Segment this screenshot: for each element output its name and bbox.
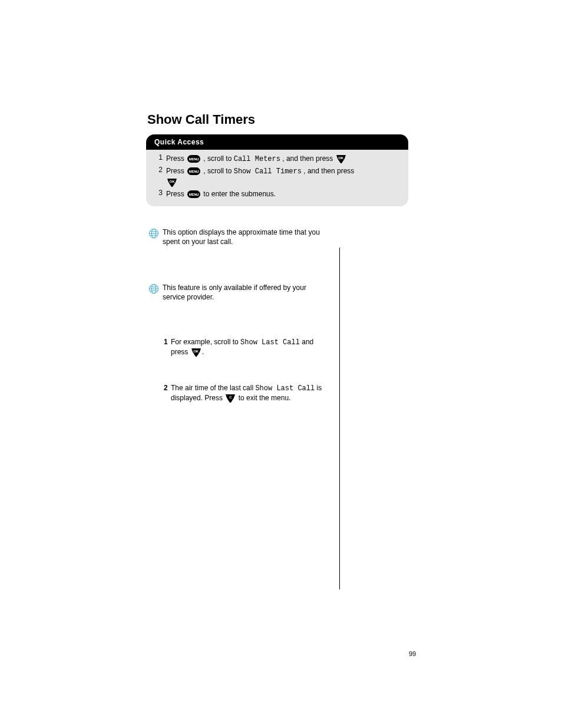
info-note-1: This option displays the approximate tim… (147, 228, 330, 246)
page-number: 99 (409, 650, 416, 657)
step-text: , scroll to (203, 167, 233, 175)
ok-icon: OK (167, 179, 177, 187)
menu-icon: MENU (187, 190, 200, 198)
menu-icon: MENU (187, 155, 200, 163)
step-text: , and then press (303, 167, 354, 175)
info-note-2: This feature is only available if offere… (147, 283, 330, 302)
vertical-divider (339, 248, 340, 589)
quick-access-panel: Quick Access 1 Press MENU , scroll to Ca… (146, 134, 408, 206)
quick-access-header: Quick Access (146, 134, 408, 150)
step-text: Press (166, 190, 186, 198)
quick-step-3: 3 Press MENU to enter the submenus. (152, 189, 402, 199)
quick-step-1: 1 Press MENU , scroll to Call Meters , a… (152, 153, 402, 164)
info-text: This option displays the approximate tim… (163, 228, 330, 246)
step-text: , scroll to (203, 154, 233, 163)
menu-option: Show Call Timers (234, 167, 302, 176)
step-text: For example, scroll to (171, 338, 240, 346)
step-text: Press (166, 154, 186, 163)
quick-step-2: 2 Press MENU , scroll to Show Call Timer… (152, 166, 402, 187)
step-text: . (202, 348, 204, 356)
step-number: 1 (152, 153, 166, 162)
ok-icon: OK (336, 155, 346, 163)
menu-option: Call Meters (234, 155, 280, 163)
numbered-step-1: 1 For example, scroll to Show Last Call … (164, 337, 331, 359)
c-icon: C (226, 394, 235, 403)
step-number: 2 (152, 166, 166, 174)
step-number: 3 (152, 189, 166, 197)
step-text: Press (166, 167, 186, 175)
step-number: 2 (164, 383, 171, 393)
menu-option: Show Last Call (240, 338, 300, 347)
step-text: to enter the submenus. (203, 190, 276, 198)
info-text: This feature is only available if offere… (163, 283, 330, 302)
ok-icon: OK (191, 348, 201, 357)
menu-option: Show Last Call (255, 384, 315, 393)
step-text: The air time of the last call (171, 384, 255, 392)
numbered-step-2: 2 The air time of the last call Show Las… (164, 383, 331, 405)
globe-icon (148, 228, 159, 239)
step-text: to exit the menu. (236, 394, 290, 402)
section-heading: Show Call Timers (147, 112, 255, 127)
step-number: 1 (164, 337, 171, 347)
globe-icon (148, 284, 159, 294)
menu-icon: MENU (187, 167, 200, 175)
step-text: , and then press (282, 154, 335, 163)
